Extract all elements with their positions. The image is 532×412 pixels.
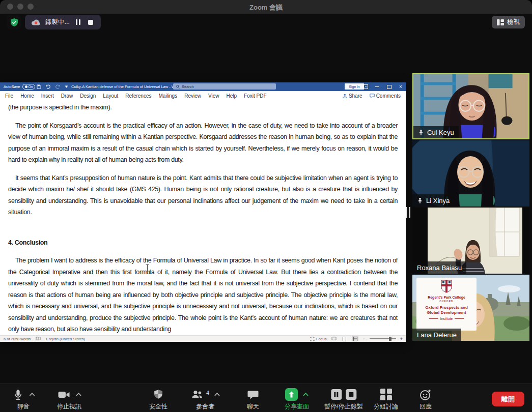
pin-icon [418,129,424,136]
zoom-slider-thumb[interactable] [389,337,391,341]
sign-in-button[interactable]: Sign in [345,83,364,90]
toolbar-share-screen-label: 分享畫面 [285,402,309,411]
toolbar-share-screen-button[interactable]: 分享畫面 [285,388,309,411]
zoom-out-button[interactable]: − [362,336,365,341]
gallery-view-icon [497,19,504,25]
toolbar-breakout-rooms-label: 分組討論 [374,402,398,411]
autosave-state: On [29,85,33,89]
word-search-box[interactable]: Search [173,83,276,90]
customize-qat-chevron-icon[interactable] [65,85,68,88]
toolbar-stop-video-label: 停止視訊 [57,402,81,411]
document-paragraph: (the purpose is specified in the maxim). [8,102,398,113]
toolbar-participants-button[interactable]: 4參會者 [190,388,220,411]
language-indicator[interactable]: English (United States) [46,337,85,341]
word-count[interactable]: 6 of 2058 words [4,337,31,341]
comments-button-label: Comments [376,93,401,99]
minimize-word-button[interactable] [374,83,380,91]
ribbon-tab-design[interactable]: Design [80,93,96,99]
chevron-up-icon[interactable] [30,393,35,396]
participant-tile-roxana-baiasu[interactable]: Roxana Baiasu [412,208,529,274]
leave-meeting-button[interactable]: 離開 [492,392,524,406]
ribbon-tab-view[interactable]: View [208,93,219,99]
stop-recording-button[interactable] [87,20,95,25]
toolbar-stop-video-button[interactable]: 停止視訊 [57,388,81,411]
chevron-up-icon[interactable] [76,393,81,396]
ribbon-tab-mailings[interactable]: Mailings [158,93,177,99]
undo-icon[interactable] [45,84,51,89]
redo-icon[interactable] [55,84,61,89]
ribbon-tab-review[interactable]: Review [184,93,201,99]
share-document-button[interactable]: Share [343,93,362,99]
college-crest-icon [441,280,452,293]
participant-tile-lana-delerue[interactable]: Regent’s Park CollegeOXFORDOxford Prospe… [412,275,529,341]
ribbon-tab-foxit-pdf[interactable]: Foxit PDF [244,93,266,99]
toolbar-mute-label: 靜音 [17,402,30,411]
ribbon-tab-home[interactable]: Home [20,93,34,99]
share-screen-icon [285,388,298,401]
stop-icon [88,20,93,25]
share-screen-options-chevron[interactable] [303,393,309,396]
ribbon-tab-references[interactable]: References [125,93,151,99]
participant-name-label: Roxana Baiasu [412,261,466,274]
toolbar-reactions-button[interactable]: 回應 [419,388,432,411]
chevron-up-icon[interactable] [303,393,309,396]
ribbon-tab-layout[interactable]: Layout [103,93,118,99]
ribbon-display-options-button[interactable] [362,83,369,91]
restore-word-button[interactable] [386,83,392,91]
participant-name: Roxana Baiasu [417,264,462,272]
focus-mode-button[interactable]: Focus [310,337,326,341]
participant-tile-li-xinya[interactable]: Li Xinya [412,140,529,207]
chevron-up-icon[interactable] [214,393,220,396]
toolbar-chat-button[interactable]: 聊天 [246,388,260,411]
participant-name-label: Lana Delerue [412,329,461,341]
toolbar-mute-button[interactable]: 靜音 [12,388,35,411]
breakout-rooms-icon [380,389,392,400]
college-name: Regent’s Park College [416,296,477,300]
toolbar-security-label: 安全性 [149,402,167,411]
participants-icon [190,388,204,401]
text-cursor-ibeam [145,264,150,272]
proofing-book-icon[interactable] [36,337,41,341]
document-paragraph: The point of Korsgaard’s account is the … [8,120,398,166]
comments-button[interactable]: Comments [370,93,401,99]
read-mode-button[interactable] [330,336,337,341]
microphone-icon [12,388,24,401]
toolbar-security-button[interactable]: 安全性 [149,388,167,411]
ribbon-display-icon [363,84,368,89]
read-mode-icon [331,337,337,341]
panel-resize-handle[interactable] [406,207,410,218]
ribbon-tab-help[interactable]: Help [226,93,237,99]
document-paragraph: The problem I want to address is the eff… [8,255,398,335]
stop-video-options-chevron[interactable] [76,393,81,396]
document-paragraph: It seems that Kant’s presupposition of h… [8,172,398,218]
save-icon[interactable] [37,84,41,89]
pause-recording-icon [331,389,342,400]
toolbar-pause-stop-recording-button[interactable]: 暫停/停止錄製 [324,388,362,411]
participants-options-chevron[interactable] [214,393,220,396]
quick-access-toolbar [37,83,68,90]
ribbon-tab-draw[interactable]: Draw [61,93,73,99]
search-placeholder: Search [182,84,194,89]
participant-tile-cui-keyu[interactable]: Cui Keyu [412,73,529,139]
zoom-slider[interactable] [370,338,396,339]
toolbar-breakout-rooms-button[interactable]: 分組討論 [374,388,398,411]
cloud-recording-icon [31,19,41,26]
comments-icon [370,94,375,98]
print-layout-button[interactable] [341,336,348,341]
ribbon-tab-insert[interactable]: Insert [41,93,54,99]
pause-recording-button[interactable] [74,19,82,25]
search-icon [176,85,180,89]
close-word-button[interactable]: × [398,83,404,91]
zoom-in-button[interactable]: + [400,336,403,341]
web-layout-button[interactable] [352,336,358,341]
ribbon-tab-file[interactable]: File [5,93,13,99]
mute-options-chevron[interactable] [30,393,35,396]
toolbar-chat-label: 聊天 [247,402,259,411]
document-title: Cuiky-A Kantian defense of the Formula o… [71,84,181,89]
chat-icon [246,388,260,401]
document-body[interactable]: (the purpose is specified in the maxim).… [0,100,406,336]
view-button[interactable]: 檢視 [492,16,525,28]
recording-label: 錄製中... [45,18,70,26]
meeting-info-shield-button[interactable] [7,15,21,30]
autosave-toggle[interactable]: AutoSave On [4,84,35,90]
